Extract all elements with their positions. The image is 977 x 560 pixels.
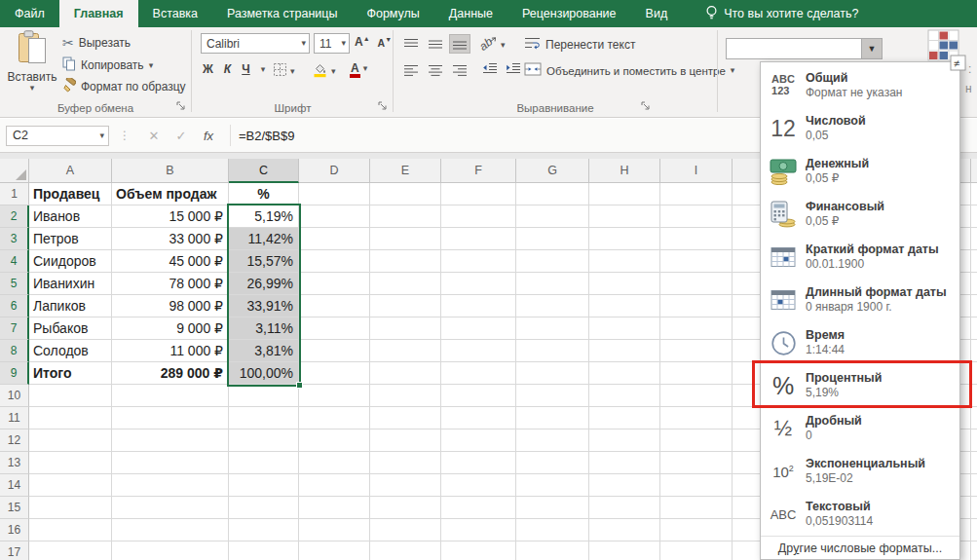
- font-dialog-launcher-icon[interactable]: [378, 99, 387, 113]
- cell-F15[interactable]: [441, 497, 516, 519]
- copy-dropdown-caret[interactable]: ▾: [149, 61, 154, 70]
- cell-G9[interactable]: [516, 362, 589, 385]
- cell-A2[interactable]: Иванов: [29, 205, 112, 228]
- cell-D5[interactable]: [299, 273, 370, 295]
- cell-D3[interactable]: [299, 228, 370, 250]
- align-bottom-button[interactable]: [449, 34, 470, 54]
- cell-H9[interactable]: [589, 362, 660, 385]
- row-header-10[interactable]: 10: [0, 385, 29, 407]
- cell-F8[interactable]: [441, 340, 516, 362]
- cell-C13[interactable]: [229, 452, 299, 474]
- cell-filler4[interactable]: [971, 250, 977, 273]
- cell-A1[interactable]: Продавец: [29, 183, 112, 205]
- underline-button[interactable]: Ч: [242, 62, 249, 76]
- cell-filler3[interactable]: [971, 228, 977, 250]
- cell-filler17[interactable]: [971, 541, 977, 560]
- more-number-formats-item[interactable]: Другие числовые форматы...: [761, 536, 959, 560]
- cell-I17[interactable]: [660, 541, 733, 560]
- cell-H14[interactable]: [589, 474, 660, 497]
- cell-H10[interactable]: [589, 385, 660, 407]
- cell-B16[interactable]: [112, 519, 229, 541]
- cell-G16[interactable]: [516, 519, 589, 541]
- insert-function-icon[interactable]: fx: [195, 129, 222, 143]
- cell-D9[interactable]: [299, 362, 370, 385]
- row-header-12[interactable]: 12: [0, 429, 29, 452]
- cell-G6[interactable]: [516, 295, 589, 317]
- cell-F14[interactable]: [441, 474, 516, 497]
- tab-Формулы[interactable]: Формулы: [352, 0, 433, 27]
- tab-Разметка страницы[interactable]: Разметка страницы: [212, 0, 352, 27]
- row-header-7[interactable]: 7: [0, 317, 29, 340]
- column-header-filler[interactable]: [971, 159, 977, 183]
- cell-B17[interactable]: [112, 541, 229, 560]
- cell-filler5[interactable]: [971, 273, 977, 295]
- cell-I1[interactable]: [660, 183, 733, 205]
- align-top-button[interactable]: [400, 34, 422, 54]
- cell-G10[interactable]: [516, 385, 589, 407]
- cell-D10[interactable]: [299, 385, 370, 407]
- cell-A10[interactable]: [29, 385, 112, 407]
- cell-A8[interactable]: Солодов: [29, 340, 112, 362]
- cell-I9[interactable]: [660, 362, 733, 385]
- cell-B14[interactable]: [112, 474, 229, 497]
- cell-C3[interactable]: 11,42%: [229, 228, 299, 250]
- cell-D12[interactable]: [299, 429, 370, 452]
- cell-H3[interactable]: [589, 228, 660, 250]
- cell-C16[interactable]: [229, 519, 299, 541]
- format-option-scientific[interactable]: 102Экспоненциальный5,19E-02: [761, 450, 959, 493]
- bold-button[interactable]: Ж: [203, 62, 213, 76]
- tab-Рецензирование[interactable]: Рецензирование: [507, 0, 631, 27]
- cell-C15[interactable]: [229, 497, 299, 519]
- cell-B1[interactable]: Объем продаж: [112, 183, 229, 205]
- cell-I16[interactable]: [660, 519, 733, 541]
- cell-F12[interactable]: [441, 429, 516, 452]
- fill-handle[interactable]: [296, 382, 303, 389]
- cell-E3[interactable]: [370, 228, 441, 250]
- cell-I11[interactable]: [660, 407, 733, 429]
- cell-filler2[interactable]: [971, 205, 977, 228]
- cell-G11[interactable]: [516, 407, 589, 429]
- cell-G14[interactable]: [516, 474, 589, 497]
- cell-D15[interactable]: [299, 497, 370, 519]
- decrease-indent-icon[interactable]: [482, 62, 498, 77]
- row-header-8[interactable]: 8: [0, 340, 29, 362]
- cell-I13[interactable]: [660, 452, 733, 474]
- cell-G8[interactable]: [516, 340, 589, 362]
- column-header-F[interactable]: F: [441, 159, 516, 183]
- cell-filler9[interactable]: [971, 362, 977, 385]
- cell-C17[interactable]: [229, 541, 299, 560]
- format-option-time[interactable]: Время1:14:44: [761, 321, 959, 364]
- cell-A9[interactable]: Итого: [29, 362, 112, 385]
- cell-G12[interactable]: [516, 429, 589, 452]
- cell-B3[interactable]: 33 000 ₽: [112, 228, 229, 250]
- cell-D1[interactable]: [299, 183, 370, 205]
- orientation-caret[interactable]: ▾: [501, 41, 506, 50]
- format-option-short-date[interactable]: Краткий формат даты00.01.1900: [761, 236, 959, 279]
- number-format-dropdown-button[interactable]: ▼: [861, 39, 882, 58]
- cell-F17[interactable]: [441, 541, 516, 560]
- row-header-4[interactable]: 4: [0, 250, 29, 273]
- format-option-accounting[interactable]: Финансовый0,05 ₽: [761, 193, 959, 236]
- align-left-button[interactable]: [400, 60, 422, 80]
- column-header-B[interactable]: B: [112, 159, 229, 183]
- cell-G15[interactable]: [516, 497, 589, 519]
- cell-I10[interactable]: [660, 385, 733, 407]
- cell-D17[interactable]: [299, 541, 370, 560]
- cell-C10[interactable]: [229, 385, 299, 407]
- cell-G7[interactable]: [516, 317, 589, 340]
- cell-F6[interactable]: [441, 295, 516, 317]
- cell-I14[interactable]: [660, 474, 733, 497]
- tab-Файл[interactable]: Файл: [0, 0, 59, 27]
- align-middle-button[interactable]: [425, 34, 446, 54]
- cell-E17[interactable]: [370, 541, 441, 560]
- cell-filler11[interactable]: [971, 407, 977, 429]
- align-right-button[interactable]: [449, 60, 470, 80]
- decrease-font-icon[interactable]: А▼: [378, 36, 393, 49]
- font-color-button[interactable]: А ▾: [351, 62, 367, 74]
- wrap-text-button[interactable]: Перенести текст: [524, 36, 635, 53]
- format-option-currency[interactable]: Денежный0,05 ₽: [761, 150, 959, 193]
- row-header-5[interactable]: 5: [0, 273, 29, 295]
- cell-H1[interactable]: [589, 183, 660, 205]
- cell-filler10[interactable]: [971, 385, 977, 407]
- paste-dropdown-caret[interactable]: ▾: [30, 84, 35, 93]
